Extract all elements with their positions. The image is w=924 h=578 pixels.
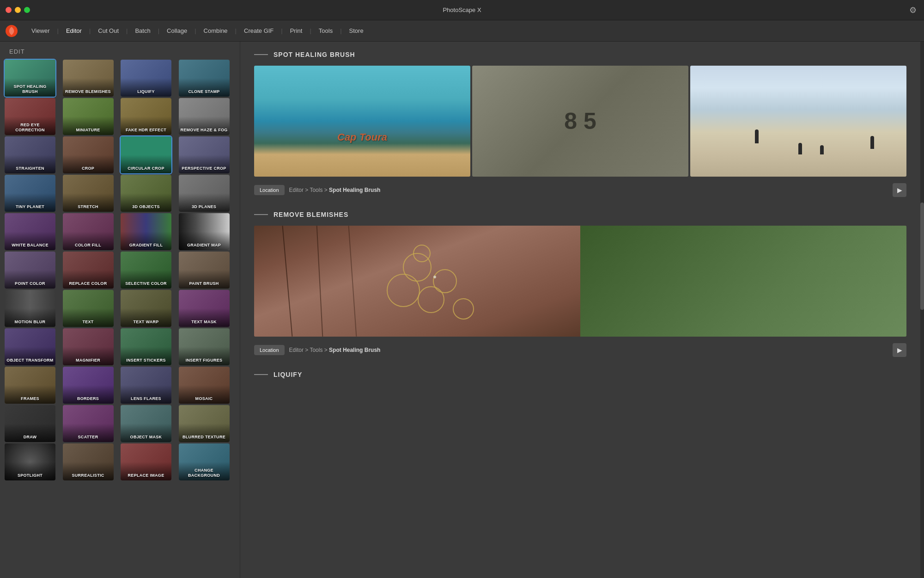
tool-object-transform[interactable]: OBJECT TRANSFORM (5, 328, 55, 365)
tool-spot-healing-brush[interactable]: SPOT HEALING BRUSH (5, 60, 55, 97)
tool-draw[interactable]: DRAW (5, 405, 55, 442)
tool-3d-planes[interactable]: 3D PLANES (179, 175, 230, 212)
sidebar: EDIT SPOT HEALING BRUSH REMOVE BLEMISHES… (0, 42, 240, 578)
tool-spotlight-label: SPOTLIGHT (5, 471, 55, 480)
section-line-2 (254, 214, 268, 215)
tool-remove-haze[interactable]: REMOVE HAZE & FOG (179, 98, 230, 135)
section-remove-blemishes-header: REMOVE BLEMISHES (254, 211, 906, 218)
tool-crop-label: CROP (63, 164, 114, 173)
tool-tiny-planet[interactable]: TINY PLANET (5, 175, 55, 212)
tool-text-warp[interactable]: TEXT WARP (121, 290, 171, 327)
tool-selective-color[interactable]: SELECTIVE COLOR (121, 252, 171, 289)
blemish-face-image (254, 226, 580, 337)
svg-point-3 (387, 274, 419, 307)
tool-straighten[interactable]: STRAIGHTEN (5, 136, 55, 173)
tool-object-mask[interactable]: OBJECT MASK (121, 405, 171, 442)
maximize-button[interactable] (24, 7, 30, 13)
menu-tools[interactable]: Tools (312, 25, 339, 37)
menu-combine[interactable]: Combine (197, 25, 234, 37)
tool-spot-healing-brush-label: SPOT HEALING BRUSH (5, 82, 55, 97)
menu-batch[interactable]: Batch (128, 25, 157, 37)
tool-text-label: TEXT (63, 318, 114, 327)
tool-text[interactable]: TEXT (63, 290, 114, 327)
tool-gradient-fill-label: GRADIENT FILL (121, 241, 171, 250)
location-button-1[interactable]: Location (254, 185, 285, 195)
play-button-1[interactable]: ▶ (893, 183, 906, 197)
tool-replace-color[interactable]: REPLACE COLOR (63, 252, 114, 289)
minimize-button[interactable] (15, 7, 21, 13)
preview-pool-image: Cap Toura (254, 66, 470, 177)
tool-replace-image[interactable]: REPLACE IMAGE (121, 443, 171, 480)
tool-tiny-planet-label: TINY PLANET (5, 203, 55, 212)
tool-gradient-fill[interactable]: GRADIENT FILL (121, 213, 171, 250)
tool-stretch-label: STRETCH (63, 203, 114, 212)
menu-editor[interactable]: Editor (60, 25, 88, 37)
tool-crop[interactable]: CROP (63, 136, 114, 173)
spot-healing-preview-images: Cap Toura 8 5 (254, 66, 906, 177)
tool-spotlight[interactable]: SPOTLIGHT (5, 443, 55, 480)
content-area: SPOT HEALING BRUSH Cap Toura 8 5 Locatio… (240, 42, 920, 578)
tool-miniature[interactable]: MINIATURE (63, 98, 114, 135)
tool-frames-label: FRAMES (5, 394, 55, 404)
tool-text-mask[interactable]: TEXT MASK (179, 290, 230, 327)
menu-store[interactable]: Store (343, 25, 370, 37)
tool-insert-stickers[interactable]: INSERT STICKERS (121, 328, 171, 365)
tool-text-warp-label: TEXT WARP (121, 318, 171, 327)
section-liquify-title: LIQUIFY (274, 371, 302, 378)
section-spot-healing-title: SPOT HEALING BRUSH (274, 51, 355, 58)
tool-magnifier[interactable]: MAGNIFIER (63, 328, 114, 365)
scrollbar-thumb[interactable] (920, 203, 924, 310)
tool-point-color[interactable]: POINT COLOR (5, 252, 55, 289)
main-layout: EDIT SPOT HEALING BRUSH REMOVE BLEMISHES… (0, 42, 924, 578)
tool-surrealistic[interactable]: SURREALISTIC (63, 443, 114, 480)
tool-mosaic-label: MOSAIC (179, 394, 230, 404)
tool-3d-objects[interactable]: 3D OBJECTS (121, 175, 171, 212)
location-button-2[interactable]: Location (254, 345, 285, 355)
section-remove-blemishes-title: REMOVE BLEMISHES (274, 211, 348, 218)
play-button-2[interactable]: ▶ (893, 343, 906, 357)
tool-borders[interactable]: BORDERS (63, 367, 114, 404)
tool-gradient-map[interactable]: GRADIENT MAP (179, 213, 230, 250)
tool-paint-brush[interactable]: PAINT BRUSH (179, 252, 230, 289)
menu-cut-out[interactable]: Cut Out (91, 25, 125, 37)
tool-surrealistic-label: SURREALISTIC (63, 471, 114, 480)
menu-create-gif[interactable]: Create GIF (237, 25, 280, 37)
menu-viewer[interactable]: Viewer (25, 25, 56, 37)
tool-red-eye-correction[interactable]: RED EYE CORRECTION (5, 98, 55, 135)
section-line-1 (254, 54, 268, 55)
svg-point-1 (403, 253, 431, 281)
tool-circular-crop[interactable]: CIRCULAR CROP (121, 136, 171, 173)
tools-grid: SPOT HEALING BRUSH REMOVE BLEMISHES LIQU… (0, 60, 240, 485)
svg-point-5 (453, 299, 474, 319)
tool-change-background[interactable]: CHANGE BACKGROUND (179, 443, 230, 480)
tool-blurred-texture[interactable]: BLURRED TEXTURE (179, 405, 230, 442)
tool-motion-blur[interactable]: MOTION BLUR (5, 290, 55, 327)
tool-circular-crop-label: CIRCULAR CROP (121, 164, 171, 173)
tool-perspective-crop[interactable]: PERSPECTIVE CROP (179, 136, 230, 173)
right-scrollbar[interactable] (920, 42, 924, 578)
tool-blurred-texture-label: BLURRED TEXTURE (179, 433, 230, 442)
tool-insert-stickers-label: INSERT STICKERS (121, 356, 171, 365)
tool-clone-stamp[interactable]: CLONE STAMP (179, 60, 230, 97)
settings-icon[interactable]: ⚙ (909, 5, 917, 15)
tool-insert-figures[interactable]: INSERT FIGURES (179, 328, 230, 365)
preview-beach-image (690, 66, 906, 177)
tool-white-balance[interactable]: WHITE BALANCE (5, 213, 55, 250)
play-icon-2: ▶ (897, 346, 902, 354)
tool-object-transform-label: OBJECT TRANSFORM (5, 356, 55, 365)
tool-mosaic[interactable]: MOSAIC (179, 367, 230, 404)
tool-fake-hdr[interactable]: FAKE HDR EFFECT (121, 98, 171, 135)
tool-remove-blemishes[interactable]: REMOVE BLEMISHES (63, 60, 114, 97)
tool-3d-planes-label: 3D PLANES (179, 203, 230, 212)
tool-liquify[interactable]: LIQUIFY (121, 60, 171, 97)
tool-fake-hdr-label: FAKE HDR EFFECT (121, 126, 171, 135)
tool-scatter-label: SCATTER (63, 433, 114, 442)
menu-print[interactable]: Print (284, 25, 309, 37)
tool-color-fill[interactable]: COLOR FILL (63, 213, 114, 250)
tool-lens-flares[interactable]: LENS FLARES (121, 367, 171, 404)
menu-collage[interactable]: Collage (160, 25, 194, 37)
close-button[interactable] (6, 7, 12, 13)
tool-stretch[interactable]: STRETCH (63, 175, 114, 212)
tool-frames[interactable]: FRAMES (5, 367, 55, 404)
tool-scatter[interactable]: SCATTER (63, 405, 114, 442)
